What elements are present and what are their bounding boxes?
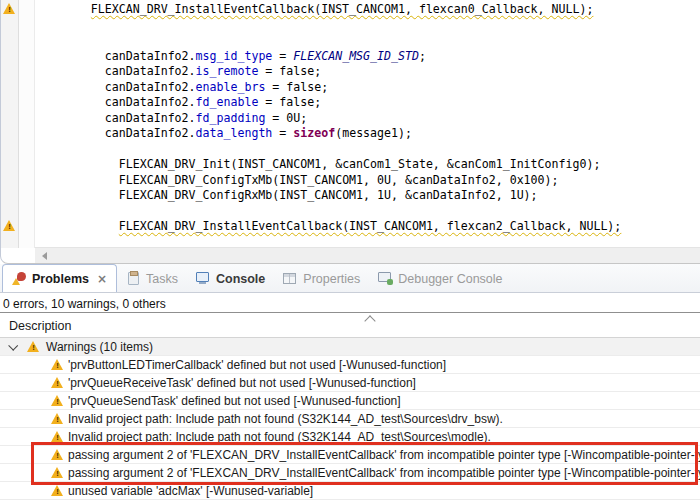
problems-panel: Problems × Tasks Console Properties Debu… <box>0 264 700 503</box>
warning-icon <box>51 395 64 406</box>
warnings-group-row[interactable]: Warnings (10 items) <box>0 338 700 356</box>
warning-icon <box>51 431 64 442</box>
description-column-label: Description <box>9 319 72 333</box>
code-line[interactable]: canDataInfo2.data_length = sizeof(messag… <box>35 126 700 142</box>
code-line[interactable]: FLEXCAN_DRV_InstallEventCallback(INST_CA… <box>35 219 700 235</box>
tab-console-label: Console <box>216 272 265 286</box>
chevron-down-icon[interactable] <box>8 341 18 351</box>
sort-ascending-icon <box>364 315 375 326</box>
problem-row-label: 'prvButtonLEDTimerCallback' defined but … <box>68 358 446 372</box>
tab-debugger-console[interactable]: Debugger Console <box>369 265 511 292</box>
folding-ruler[interactable] <box>19 0 35 248</box>
code-line[interactable] <box>35 18 700 34</box>
debugger-console-icon <box>378 272 393 285</box>
code-line[interactable]: canDataInfo2.fd_padding = 0U; <box>35 111 700 127</box>
tab-problems[interactable]: Problems × <box>2 264 117 292</box>
warnings-group-label: Warnings (10 items) <box>46 340 153 354</box>
code-line[interactable] <box>35 142 700 158</box>
code-line[interactable]: FLEXCAN_DRV_ConfigRxMb(INST_CANCOM1, 1U,… <box>35 188 700 204</box>
problem-row-label: 'prvQueueReceiveTask' defined but not us… <box>68 376 416 390</box>
code-line[interactable] <box>35 33 700 49</box>
code-line[interactable] <box>35 204 700 220</box>
warning-icon <box>51 359 64 370</box>
problem-row-label: 'prvQueueSendTask' defined but not used … <box>68 394 401 408</box>
code-line[interactable]: canDataInfo2.enable_brs = false; <box>35 80 700 96</box>
code-line[interactable]: canDataInfo2.is_remote = false; <box>35 64 700 80</box>
problem-row-label: Invalid project path: Include path not f… <box>68 412 503 426</box>
problem-row[interactable]: 'prvButtonLEDTimerCallback' defined but … <box>0 356 700 374</box>
tab-console[interactable]: Console <box>187 265 274 292</box>
tab-properties-label: Properties <box>303 272 360 286</box>
code-line[interactable] <box>35 235 700 249</box>
code-line[interactable]: FLEXCAN_DRV_InstallEventCallback(INST_CA… <box>35 2 700 18</box>
warning-icon <box>51 413 64 424</box>
tab-debugger-console-label: Debugger Console <box>398 272 502 286</box>
close-icon[interactable]: × <box>97 273 107 285</box>
warning-icon <box>51 377 64 388</box>
code-line[interactable]: FLEXCAN_DRV_ConfigTxMb(INST_CANCOM1, 0U,… <box>35 173 700 189</box>
tasks-icon <box>126 272 141 285</box>
description-column-header[interactable]: Description <box>0 314 700 338</box>
code-line[interactable]: FLEXCAN_DRV_Init(INST_CANCOM1, &canCom1_… <box>35 157 700 173</box>
tab-tasks-label: Tasks <box>146 272 178 286</box>
tab-tasks[interactable]: Tasks <box>117 265 187 292</box>
code-editor-pane: FLEXCAN_DRV_InstallEventCallback(INST_CA… <box>0 0 700 264</box>
code-line[interactable]: canDataInfo2.fd_enable = false; <box>35 95 700 111</box>
problem-row[interactable]: 'prvQueueSendTask' defined but not used … <box>0 392 700 410</box>
code-line[interactable]: canDataInfo2.msg_id_type = FLEXCAN_MSG_I… <box>35 49 700 65</box>
scroll-left-arrow-icon[interactable] <box>42 252 47 260</box>
warning-marker-icon[interactable] <box>3 3 16 14</box>
problem-row[interactable]: 'prvQueueReceiveTask' defined but not us… <box>0 374 700 392</box>
annotation-ruler[interactable] <box>1 0 19 248</box>
console-icon <box>196 272 211 285</box>
problem-row-label: unused variable 'adcMax' [-Wunused-varia… <box>68 484 313 498</box>
tab-properties[interactable]: Properties <box>274 265 369 292</box>
problems-summary: 0 errors, 10 warnings, 0 others <box>0 293 700 313</box>
ide-window: { "editor": { "lines": [ {"indent":" ","… <box>0 0 700 503</box>
problem-row[interactable]: Invalid project path: Include path not f… <box>0 410 700 428</box>
view-tabbar: Problems × Tasks Console Properties Debu… <box>0 264 700 293</box>
highlight-box-annotation <box>31 442 698 485</box>
code-area[interactable]: FLEXCAN_DRV_InstallEventCallback(INST_CA… <box>35 0 700 248</box>
warning-icon <box>27 341 40 352</box>
horizontal-scrollbar[interactable] <box>35 247 700 263</box>
problems-icon <box>12 272 27 285</box>
warning-icon <box>51 485 64 496</box>
warning-marker-icon[interactable] <box>3 220 16 231</box>
properties-icon <box>283 272 298 285</box>
tab-problems-label: Problems <box>32 272 89 286</box>
